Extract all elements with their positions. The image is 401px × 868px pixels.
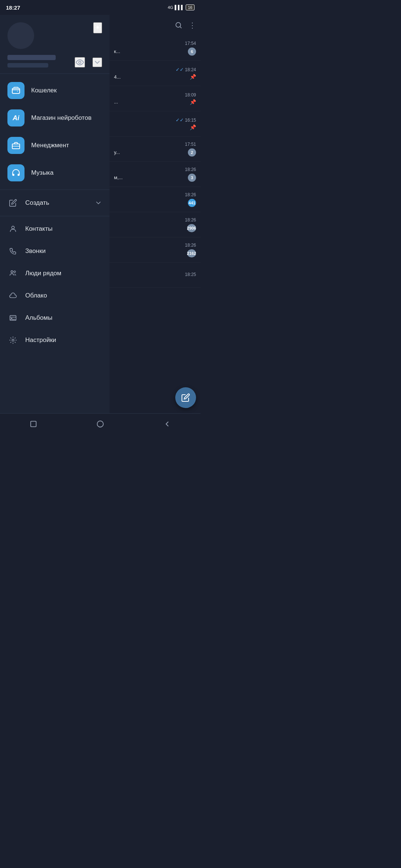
chat-item[interactable]: 18:26 441 [110, 187, 200, 212]
profile-expand-button[interactable] [92, 57, 102, 67]
chat-item[interactable]: 18:09 ... 📌 [110, 86, 200, 111]
sidebar-item-wallet[interactable]: Кошелек [0, 77, 110, 104]
nearby-label: Люди рядом [25, 270, 61, 277]
chat-item[interactable]: 18:26 2162 [110, 237, 200, 263]
chat-time: ✓✓ 18:24 [114, 67, 196, 72]
sidebar-item-create[interactable]: Создать [0, 191, 110, 214]
back-arrow-icon [163, 420, 171, 428]
sidebar: ☀ [0, 15, 110, 434]
chat-time: 17:54 [114, 41, 196, 46]
chat-time: 18:26 [114, 243, 196, 248]
signal-icon: ▌▌▌ [175, 5, 184, 10]
chat-content: 18:25 [114, 272, 196, 279]
svg-point-12 [97, 421, 104, 427]
chat-name-row: 441 [114, 199, 196, 207]
sidebar-item-settings[interactable]: Настройки [0, 329, 110, 351]
chat-time: 17:51 [114, 142, 196, 147]
status-icons: 4G ▌▌▌ 16 [168, 4, 195, 10]
chat-header: ⋮ [110, 15, 200, 36]
wallet-icon [12, 86, 20, 95]
cloud-storage-icon [9, 292, 17, 300]
chat-name: ... [114, 99, 118, 105]
settings-label: Настройки [25, 336, 56, 344]
music-label: Музыка [31, 169, 53, 177]
cloud-label: Облако [25, 292, 47, 299]
chat-name-row: 2162 [114, 249, 196, 257]
chat-time: 18:26 [114, 167, 196, 172]
svg-point-4 [12, 226, 14, 229]
svg-point-10 [176, 23, 181, 27]
svg-point-6 [14, 271, 16, 273]
more-options-icon[interactable]: ⋮ [189, 21, 196, 30]
chat-item[interactable]: 17:54 к... 6 [110, 36, 200, 61]
bottom-navigation [0, 413, 200, 434]
create-section: Создать [0, 190, 110, 216]
chat-name-row: у... 2 [114, 148, 196, 157]
sidebar-item-music[interactable]: Музыка [0, 159, 110, 187]
theme-toggle-button[interactable]: ☀ [93, 22, 102, 33]
back-button[interactable] [163, 420, 171, 428]
visibility-toggle-button[interactable] [75, 57, 85, 68]
compose-fab-button[interactable] [175, 387, 196, 408]
search-icon[interactable] [175, 21, 183, 29]
music-icon-bg [7, 164, 25, 181]
chat-item[interactable]: 18:25 [110, 263, 200, 288]
chat-item[interactable]: ✓✓ 18:24 4... 📌 [110, 61, 200, 86]
sidebar-item-calls[interactable]: Звонки [0, 240, 110, 262]
briefcase-icon [12, 141, 20, 150]
chat-name-row: 2906 [114, 224, 196, 232]
profile-name-placeholder [7, 55, 56, 60]
headphone-icon [12, 168, 20, 177]
albums-label: Альбомы [25, 314, 52, 322]
chat-content: ✓✓ 18:24 4... 📌 [114, 67, 196, 80]
pencil-icon [9, 199, 17, 207]
double-check-icon: ✓✓ [176, 67, 184, 72]
sidebar-item-contacts[interactable]: Контакты [0, 218, 110, 240]
chat-list: 17:54 к... 6 ✓✓ 18:24 4... 📌 [110, 36, 200, 288]
status-bar: 18:27 4G ▌▌▌ 16 [0, 0, 200, 15]
chat-item[interactable]: 17:51 у... 2 [110, 137, 200, 162]
gear-icon [9, 336, 17, 344]
chat-item[interactable]: ✓✓ 16:15 📌 [110, 111, 200, 137]
chat-name: 4... [114, 74, 121, 80]
ai-store-label: Магазин нейроботов [31, 114, 91, 122]
wallet-label: Кошелек [31, 87, 57, 94]
albums-folder-icon [9, 314, 17, 322]
sidebar-item-management[interactable]: Менеджмент [0, 132, 110, 159]
chat-content: 18:26 2906 [114, 217, 196, 232]
chat-item[interactable]: 18:26 м,... 3 [110, 162, 200, 187]
chat-badge: 6 [188, 47, 196, 56]
double-check-icon: ✓✓ [176, 117, 184, 123]
search-icon-svg [175, 21, 183, 29]
chat-content: 18:26 м,... 3 [114, 167, 196, 182]
person-icon [9, 225, 17, 233]
chat-badge: 3 [188, 174, 196, 182]
eye-icon [75, 58, 84, 67]
recent-apps-button[interactable] [29, 420, 38, 428]
create-label: Создать [25, 199, 88, 207]
network-icon: 4G [168, 5, 173, 10]
sidebar-item-albums[interactable]: Альбомы [0, 307, 110, 329]
chat-badge: 2162 [187, 249, 196, 257]
chat-name-row: 📌 [114, 124, 196, 130]
home-button[interactable] [96, 420, 104, 428]
chat-badge: 2906 [187, 224, 196, 232]
circle-icon [96, 420, 104, 428]
chat-content: 18:26 2162 [114, 243, 196, 257]
chat-content: 18:26 441 [114, 192, 196, 207]
sidebar-item-nearby[interactable]: Люди рядом [0, 262, 110, 285]
status-time: 18:27 [6, 4, 20, 11]
chat-badge: 2 [188, 148, 196, 157]
nav-section: Контакты Звонки [0, 216, 110, 434]
profile-status-placeholder [7, 63, 48, 68]
sidebar-item-ai-store[interactable]: Ai Магазин нейроботов [0, 104, 110, 132]
chat-item[interactable]: 18:26 2906 [110, 212, 200, 237]
chat-content: 17:51 у... 2 [114, 142, 196, 157]
calls-icon [7, 246, 19, 257]
chat-time: 18:09 [114, 92, 196, 98]
ai-icon-bg: Ai [7, 109, 25, 126]
sidebar-item-cloud[interactable]: Облако [0, 285, 110, 307]
ai-icon: Ai [13, 114, 19, 122]
profile-actions [75, 57, 102, 68]
pencil-fab-icon [181, 393, 190, 402]
